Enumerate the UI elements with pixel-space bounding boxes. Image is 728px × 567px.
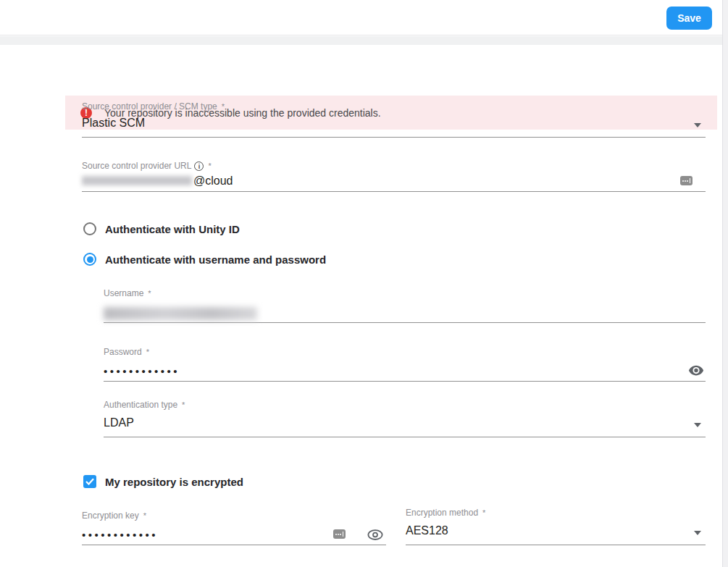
- required-asterisk: *: [482, 508, 485, 518]
- encryption-method-label: Encryption method*: [406, 508, 706, 518]
- chevron-down-icon[interactable]: [694, 531, 701, 535]
- scm-url-label: Source control provider URL i *: [82, 161, 706, 172]
- radio-unselected-icon[interactable]: [83, 222, 96, 235]
- password-field: Password* ••••••••••••: [104, 347, 706, 382]
- scm-type-value: Plastic SCM: [82, 117, 706, 130]
- auth-type-value: LDAP: [104, 416, 706, 429]
- scm-url-label-text: Source control provider URL: [82, 161, 191, 172]
- password-label-text: Password: [104, 347, 142, 358]
- auth-type-select[interactable]: Authentication type* LDAP: [104, 400, 706, 437]
- page-background-strip: [0, 36, 728, 45]
- auth-userpass-radio[interactable]: Authenticate with username and password: [83, 253, 326, 266]
- auth-userpass-label: Authenticate with username and password: [105, 253, 326, 266]
- scm-url-input[interactable]: @cloud: [82, 175, 706, 188]
- top-bar: Save: [0, 0, 728, 35]
- save-button[interactable]: Save: [666, 7, 712, 30]
- encryption-key-label: Encryption key*: [82, 511, 386, 521]
- repository-encrypted-label: My repository is encrypted: [105, 476, 243, 488]
- redacted-url-value: [82, 176, 192, 185]
- show-password-eye-icon[interactable]: [688, 365, 704, 377]
- encryption-method-select[interactable]: Encryption method* AES128: [406, 508, 706, 545]
- required-asterisk: *: [148, 288, 151, 299]
- redacted-username-value: [104, 307, 257, 320]
- username-field: Username*: [104, 288, 706, 323]
- scm-url-suffix: @cloud: [193, 175, 233, 187]
- radio-selected-icon[interactable]: [83, 253, 96, 266]
- chevron-down-icon[interactable]: [694, 123, 701, 127]
- auth-type-label-text: Authentication type: [104, 400, 177, 411]
- scm-type-label: Source control provider / SCM type*: [82, 101, 706, 112]
- required-asterisk: *: [146, 347, 149, 358]
- encryption-method-label-text: Encryption method: [406, 508, 478, 518]
- encryption-key-label-text: Encryption key: [82, 511, 139, 521]
- encryption-method-value: AES128: [406, 524, 706, 537]
- password-label: Password*: [104, 347, 706, 358]
- required-asterisk: *: [222, 101, 225, 112]
- username-label-text: Username: [104, 288, 143, 299]
- scm-url-field: Source control provider URL i * @cloud: [82, 161, 706, 192]
- required-asterisk: *: [182, 400, 185, 411]
- scm-type-select[interactable]: Source control provider / SCM type* Plas…: [82, 101, 706, 138]
- auth-type-label: Authentication type*: [104, 400, 706, 411]
- required-asterisk: *: [143, 511, 146, 521]
- chevron-down-icon[interactable]: [694, 423, 701, 427]
- username-label: Username*: [104, 288, 706, 299]
- info-icon[interactable]: i: [194, 161, 204, 171]
- text-input-icon[interactable]: [333, 529, 346, 539]
- encryption-key-field: Encryption key* ••••••••••••: [82, 511, 386, 545]
- auth-unity-id-label: Authenticate with Unity ID: [105, 223, 240, 235]
- required-asterisk: *: [208, 161, 211, 172]
- password-input[interactable]: ••••••••••••: [104, 365, 706, 377]
- text-input-icon[interactable]: [680, 176, 693, 185]
- auth-unity-id-radio[interactable]: Authenticate with Unity ID: [83, 222, 240, 235]
- vertical-scrollbar[interactable]: [722, 0, 728, 567]
- checkbox-checked-icon[interactable]: [83, 475, 96, 488]
- repository-encrypted-checkbox[interactable]: My repository is encrypted: [83, 475, 243, 488]
- show-key-eye-icon[interactable]: [367, 529, 383, 541]
- username-input[interactable]: [104, 307, 706, 320]
- scm-type-label-text: Source control provider / SCM type: [82, 101, 217, 112]
